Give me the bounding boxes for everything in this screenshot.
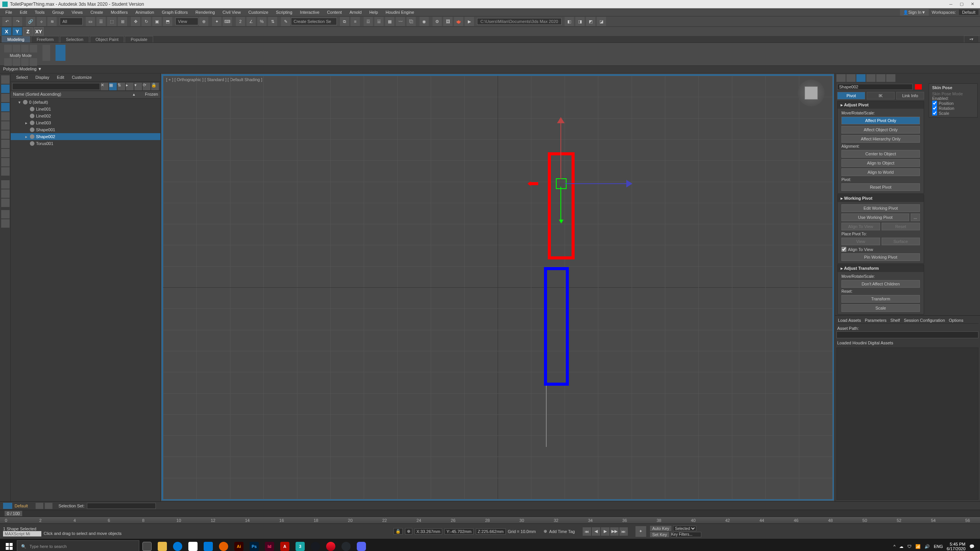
filter-misc-button[interactable] (1, 219, 10, 228)
maxscript-prompt[interactable]: MAXScript Mi (3, 531, 41, 536)
loaded-assets-list[interactable] (836, 347, 978, 500)
render-production-button[interactable]: 🫖 (454, 17, 463, 26)
mm-btn-5[interactable] (4, 58, 12, 66)
menu-customize[interactable]: Customize (245, 9, 272, 15)
axis-xy-button[interactable]: XY (34, 27, 44, 36)
affect-pivot-only-button[interactable]: Affect Pivot Only (841, 117, 920, 124)
place-surface-button[interactable]: Surface (882, 238, 920, 245)
taskbar-clock[interactable]: 5:45 PM 6/17/2020 (947, 542, 965, 551)
viewport-nav-3[interactable] (960, 525, 967, 531)
mm-btn-3[interactable] (21, 45, 29, 52)
systray-expand-icon[interactable]: ^ (893, 544, 895, 549)
y-coord[interactable]: -45.702mm (450, 529, 472, 534)
key-filters-input[interactable] (671, 532, 701, 537)
systray-icon-2[interactable]: 🛡 (907, 544, 911, 549)
reset-transform-button[interactable]: Transform (841, 295, 920, 303)
houdini-tab-options[interactable]: Options (949, 318, 964, 323)
use-center-button[interactable]: ⊕ (199, 17, 208, 26)
viewport-nav-4[interactable] (967, 525, 974, 531)
skin-pose-rotation-checkbox[interactable] (932, 106, 937, 111)
pin-working-pivot-button[interactable]: Pin Working Pivot (841, 253, 920, 261)
menu-file[interactable]: File (2, 9, 16, 15)
next-frame-button[interactable]: ▶▶ (610, 527, 619, 536)
keyboard-shortcut-button[interactable]: ⌨ (223, 17, 232, 26)
signin-button[interactable]: 👤 Sign In ▼ (900, 9, 929, 16)
object-name-field[interactable] (837, 84, 913, 90)
filter-containers-button[interactable] (1, 158, 10, 166)
filter-cameras-button[interactable] (1, 103, 10, 111)
systray-icon-1[interactable]: ☁ (899, 544, 903, 549)
filter-groups-button[interactable] (1, 130, 10, 139)
firefox-taskbar-icon[interactable] (216, 539, 231, 551)
filter-frozen-button[interactable] (1, 167, 10, 176)
close-button[interactable]: ✕ (967, 1, 978, 8)
menu-edit[interactable]: Edit (16, 9, 31, 15)
select-region-button[interactable]: ⬚ (107, 17, 116, 26)
opera-taskbar-icon[interactable] (323, 539, 338, 551)
hierarchy-tab[interactable] (856, 74, 866, 82)
align-button[interactable]: ≡ (351, 17, 360, 26)
snap-toggle-2-button[interactable]: 2 (236, 17, 245, 26)
x-coord[interactable]: 33.267mm (420, 529, 440, 534)
mm-grow-button[interactable] (42, 45, 50, 61)
photoshop-taskbar-icon[interactable]: Ps (247, 539, 262, 551)
viewport-nav-5[interactable] (946, 531, 953, 538)
goto-end-button[interactable]: ⏭ (619, 527, 628, 536)
menu-arnold[interactable]: Arnold (346, 9, 366, 15)
line-object[interactable] (546, 386, 547, 447)
houdini-tab-shelf[interactable]: Shelf (890, 318, 900, 323)
filter-shapes-button[interactable] (1, 85, 10, 93)
menu-modifiers[interactable]: Modifiers (107, 9, 132, 15)
object-color-swatch[interactable] (915, 84, 922, 90)
steam-taskbar-icon[interactable] (308, 539, 323, 551)
filter-invert-button[interactable] (1, 210, 10, 218)
menu-create[interactable]: Create (87, 9, 107, 15)
tree-node-line001[interactable]: Line001 (11, 106, 160, 112)
systray-lang-icon[interactable]: ENG (934, 544, 943, 549)
github-taskbar-icon[interactable] (338, 539, 354, 551)
display-mode-button[interactable]: ▦ (109, 83, 117, 90)
axis-x-button[interactable]: X (2, 27, 11, 36)
acrobat-taskbar-icon[interactable]: A (277, 539, 292, 551)
spinner-snap-button[interactable]: ⇅ (268, 17, 277, 26)
ribbon-tab-selection[interactable]: Selection (60, 36, 89, 42)
notifications-icon[interactable]: 💬 (969, 544, 975, 549)
discord-taskbar-icon[interactable] (354, 539, 369, 551)
misc-tool-2-button[interactable]: ◩ (586, 17, 595, 26)
display-tab[interactable] (876, 74, 885, 82)
filter-spacewarps-button[interactable] (1, 121, 10, 130)
goto-start-button[interactable]: ⏮ (583, 527, 591, 536)
reset-pivot-button[interactable]: Reset Pivot (841, 183, 920, 191)
viewport-nav-8[interactable] (967, 531, 974, 538)
scale-button[interactable]: ▣ (152, 17, 162, 26)
select-by-name-button[interactable]: ☰ (96, 17, 106, 26)
align-to-world-button[interactable]: Align to World (841, 168, 920, 176)
mm-btn-2[interactable] (13, 45, 20, 52)
layer-color-swatch[interactable] (3, 503, 12, 509)
houdini-tab-parameters[interactable]: Parameters (865, 318, 887, 323)
tree-node-torus001[interactable]: Torus001 (11, 140, 160, 147)
schematic-view-button[interactable]: ⿻ (407, 17, 416, 26)
viewport-nav-6[interactable] (953, 531, 960, 538)
menu-content[interactable]: Content (323, 9, 346, 15)
menu-houdini-engine[interactable]: Houdini Engine (382, 9, 418, 15)
tree-node-line002[interactable]: Line002 (11, 112, 160, 119)
dont-affect-children-button[interactable]: Don't Affect Children (841, 280, 920, 288)
open-autodesk-app-button[interactable]: ◧ (565, 17, 574, 26)
ribbon-tab-freeform[interactable]: Freeform (31, 36, 60, 42)
layer-name[interactable]: Default (15, 504, 28, 508)
lock-selection-button[interactable]: 🔒 (394, 528, 403, 535)
toggle-layer-explorer-button[interactable]: ☱ (374, 17, 384, 26)
3dsmax-taskbar-icon[interactable]: 3 (292, 539, 308, 551)
tree-node-shape001[interactable]: Shape001 (11, 126, 160, 133)
percent-snap-button[interactable]: % (257, 17, 266, 26)
filter-lights-button[interactable] (1, 94, 10, 102)
auto-key-button[interactable]: Auto Key (650, 526, 672, 531)
pivot-tab[interactable]: Pivot (837, 92, 865, 99)
store-taskbar-icon[interactable] (185, 539, 201, 551)
play-button[interactable]: ▶ (601, 527, 609, 536)
toggle-ribbon-button[interactable]: ▦ (385, 17, 394, 26)
menu-help[interactable]: Help (366, 9, 382, 15)
indesign-taskbar-icon[interactable]: Id (262, 539, 277, 551)
working-pivot-rollout[interactable]: ▸ Working Pivot (838, 195, 924, 202)
